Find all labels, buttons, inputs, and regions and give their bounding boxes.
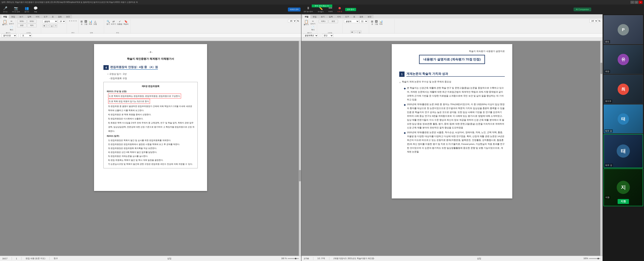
- btn-copy[interactable]: 📄복사: [8, 26, 14, 31]
- btn-align-center[interactable]: ≡: [71, 19, 72, 22]
- tab-security-left[interactable]: 보안: [64, 15, 72, 18]
- new-share-label: 새로운 공유: [290, 8, 299, 11]
- btn-align-right[interactable]: ≡: [73, 19, 75, 22]
- tab-insert-left[interactable]: 입력: [26, 15, 33, 18]
- tab-review-right[interactable]: 검토: [358, 15, 365, 18]
- btn-bookmark[interactable]: 🔖책갈피: [123, 19, 129, 26]
- chat-btn[interactable]: 💬 채팅: [32, 6, 39, 13]
- right-btn-underline[interactable]: U: [358, 30, 362, 33]
- right-ribbon-style: 제목1 본문 스타일: [318, 19, 342, 33]
- btn-style4[interactable]: 목차: [27, 24, 36, 27]
- maximize-btn[interactable]: □: [634, 1, 638, 4]
- stop-share-btn[interactable]: 공유 중지: [345, 8, 356, 11]
- tab-tools-right[interactable]: 도구: [343, 15, 351, 18]
- font-select-right[interactable]: 굴림체: [344, 19, 359, 23]
- minimize-btn[interactable]: －: [630, 1, 634, 4]
- style-select-right[interactable]: 굴림체혹은...: [303, 34, 318, 37]
- btn-underline[interactable]: U: [50, 24, 54, 27]
- left-page: - 8 - 학술지 재인증평가 체계평가 자체평가서 4 편집위원장의 안정성 …: [94, 44, 207, 191]
- tab-table-left[interactable]: 표: [50, 15, 56, 18]
- ai-companion-btn[interactable]: AI Companion: [574, 7, 591, 11]
- font-size-right[interactable]: 12.0: [360, 19, 368, 23]
- btn-color[interactable]: 가: [54, 24, 57, 27]
- right-btn-table[interactable]: ⊞표: [370, 19, 374, 26]
- btn-replace[interactable]: ⇄바꾸기: [110, 19, 116, 26]
- participant-name-1: 판도: [604, 40, 610, 43]
- right-scroll-v[interactable]: [600, 41, 602, 256]
- left-scroll-thumb[interactable]: [299, 170, 301, 181]
- btn-align-left[interactable]: ≡: [69, 19, 70, 22]
- btn-insert-shape[interactable]: △도형: [93, 19, 97, 26]
- zoom-select-left[interactable]: 160: [288, 19, 296, 22]
- tab-file-left[interactable]: 파일: [1, 15, 9, 18]
- paragraph-select-right[interactable]: 문단: [322, 34, 333, 37]
- tab-view-right[interactable]: 보기: [319, 15, 327, 18]
- bullet1-label: 학술지 게재 논문의 우수성 및 논문 주제의 중요성: [402, 80, 451, 84]
- tab-view-left[interactable]: 보기: [17, 15, 25, 18]
- btn-spell[interactable]: ✓맞춤법: [117, 19, 123, 26]
- left-insert-mode: 삽입: [167, 257, 172, 260]
- right-ribbon: 📋붙이기 ✂오리기 📄복사 붙이기 제목1 본문 스타일: [302, 18, 602, 33]
- btn-cut[interactable]: ✂오리기: [8, 19, 14, 25]
- record-label: 녹화 중: [337, 10, 342, 13]
- btn-justify[interactable]: ≡: [75, 19, 77, 22]
- btn-style3[interactable]: 본문: [17, 24, 26, 27]
- tab-edit-right[interactable]: 편집: [311, 15, 318, 18]
- left-zoom-slider[interactable]: [288, 258, 299, 259]
- right-scroll-thumb[interactable]: [600, 63, 602, 74]
- btn-insert-image[interactable]: 🖼그림: [84, 19, 88, 26]
- new-share-btn[interactable]: 새로운 공유: [288, 7, 301, 11]
- right-btn-image[interactable]: 🖼그림: [374, 19, 378, 26]
- tab-file-right[interactable]: 파일: [302, 15, 310, 18]
- tab-table-right[interactable]: 표: [351, 15, 357, 18]
- btn-style1[interactable]: 제목1: [17, 19, 26, 23]
- participants-btn[interactable]: 👥 참가자: [23, 6, 30, 13]
- btn-paste[interactable]: 📋붙이기: [2, 19, 8, 31]
- tab-format-right[interactable]: 서식: [335, 15, 343, 18]
- right-btn-chart[interactable]: 📊차트: [379, 19, 383, 26]
- right-btn-style2[interactable]: 본문: [328, 19, 338, 23]
- btn-insert-chart[interactable]: 📊차트: [88, 19, 92, 26]
- rule-sub: - 편집위원회 규정: [109, 77, 198, 80]
- font-select-left[interactable]: 굴림체: [42, 19, 58, 23]
- tab-tools-left[interactable]: 도구: [42, 15, 50, 18]
- participant-name-2: 유란: [604, 70, 610, 73]
- left-ruler: [0, 38, 301, 41]
- btn-find[interactable]: 🔍찾기: [106, 19, 110, 26]
- right-btn-italic[interactable]: I: [354, 30, 358, 33]
- font-size-left[interactable]: 14.0: [58, 19, 66, 23]
- close-btn[interactable]: ✕: [639, 1, 642, 4]
- table-select-left[interactable]: 표: [20, 34, 32, 37]
- art22-item5: 5) 편집위원장은 이사회에서 선출한다.: [108, 117, 194, 121]
- right-btn-paste[interactable]: 📋붙이기: [303, 19, 309, 31]
- right-btn-bold[interactable]: B: [350, 30, 354, 33]
- btn-insert-table[interactable]: ⊞표: [80, 19, 83, 26]
- art22-item3: 3) 편집위원 중 결원이 발생하면 편집부위원장가 간에에 의해 책임자가 1…: [108, 104, 194, 112]
- right-zoom-slider[interactable]: [589, 258, 600, 259]
- ai-companion-label: AI Companion: [576, 8, 589, 10]
- record-btn[interactable]: ⏺ 녹화 중: [336, 6, 344, 13]
- mute-btn[interactable]: 🎤 오디오: [2, 6, 9, 13]
- right-page: 학술지 계속평가 내용평가 설명자료 내용평가 설명자료 (계속평가 70점 만…: [392, 44, 512, 199]
- tab-security-right[interactable]: 보안: [366, 15, 374, 18]
- btn-style2[interactable]: 제목2: [27, 19, 36, 23]
- left-scroll-v[interactable]: [299, 41, 301, 256]
- tab-format-left[interactable]: 서식: [34, 15, 42, 18]
- video-tile-5: 태 태우 강: [604, 134, 643, 168]
- btn-bold[interactable]: B: [42, 24, 46, 27]
- left-chars: 한:0: [54, 257, 58, 260]
- left-doc-scroll[interactable]: - 8 - 학술지 재인증평가 체계평가 자체평가서 4 편집위원장의 안정성 …: [0, 41, 301, 256]
- right-btn-cut[interactable]: ✂오리기: [310, 19, 316, 25]
- video-btn[interactable]: 📷 비디오 공유: [10, 6, 22, 13]
- tab-review-left[interactable]: 검토: [56, 15, 64, 18]
- btn-italic[interactable]: I: [46, 24, 50, 27]
- tab-insert-right[interactable]: 입력: [327, 15, 335, 18]
- right-btn-style1[interactable]: 제목1: [318, 19, 328, 23]
- right-doc-scroll[interactable]: 학술지 계속평가 내용평가 설명자료 내용평가 설명자료 (계속평가 70점 만…: [302, 41, 602, 256]
- style-select-left[interactable]: 글자모양: [2, 34, 16, 37]
- tab-edit-left[interactable]: 편집: [9, 15, 17, 18]
- zoom-select-right[interactable]: 165: [590, 19, 598, 22]
- participant-name-6: 지현: [604, 196, 610, 199]
- right-btn-copy[interactable]: 📄복사: [310, 26, 316, 31]
- sub-bullet-1: ◆ 본 학술지는 신경근육 재활에 관한 학술 연구 및 문헌고찰(종설) 논문…: [404, 86, 505, 102]
